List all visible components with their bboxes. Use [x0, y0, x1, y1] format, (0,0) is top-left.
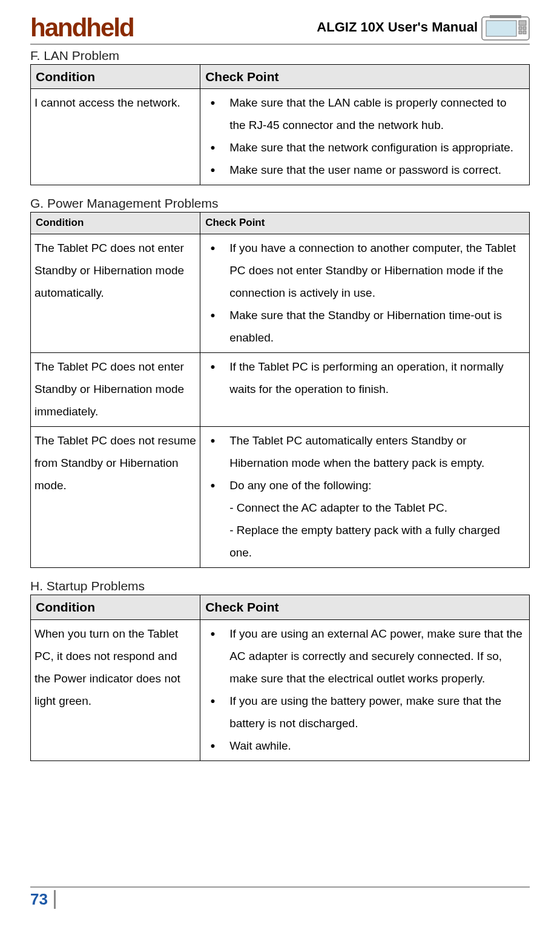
brand-logo: handheld: [30, 13, 134, 42]
section-heading: H. Startup Problems: [30, 579, 530, 593]
list-item: Make sure that the Standby or Hibernatio…: [204, 304, 525, 349]
document-page: handheld ALGIZ 10X User's Manual F. LAN …: [0, 0, 560, 761]
svg-rect-1: [490, 15, 521, 18]
checkpoint-cell: If you have a connection to another comp…: [200, 234, 530, 352]
list-item: If you are using an external AC power, m…: [204, 622, 525, 690]
column-header-condition: Condition: [31, 213, 200, 234]
table-row: I cannot access the network.Make sure th…: [31, 89, 530, 185]
column-header-checkpoint: Check Point: [200, 65, 530, 89]
svg-rect-3: [519, 21, 526, 25]
svg-rect-7: [523, 31, 526, 34]
list-sub-item: - Replace the empty battery pack with a …: [229, 519, 525, 564]
manual-title: ALGIZ 10X User's Manual: [317, 19, 478, 35]
column-header-condition: Condition: [31, 595, 200, 619]
table-row: The Tablet PC does not enter Standby or …: [31, 234, 530, 352]
checkpoint-cell: If the Tablet PC is performing an operat…: [200, 352, 530, 426]
checkpoint-cell: If you are using an external AC power, m…: [200, 619, 530, 760]
troubleshooting-table: ConditionCheck PointThe Tablet PC does n…: [30, 212, 530, 568]
checkpoint-cell: The Tablet PC automatically enters Stand…: [200, 426, 530, 567]
page-footer: 73: [30, 886, 530, 909]
table-row: When you turn on the Tablet PC, it does …: [31, 619, 530, 760]
table-row: The Tablet PC does not enter Standby or …: [31, 352, 530, 426]
condition-cell: The Tablet PC does not enter Standby or …: [31, 234, 200, 352]
device-icon: [481, 13, 530, 41]
list-item: Make sure that the network configuration…: [204, 136, 525, 159]
list-item: If you have a connection to another comp…: [204, 237, 525, 304]
list-item: Do any one of the following:- Connect th…: [204, 474, 525, 564]
page-number: 73: [30, 890, 56, 909]
checkpoint-list: If you have a connection to another comp…: [204, 237, 525, 349]
page-header: handheld ALGIZ 10X User's Manual: [30, 13, 530, 45]
column-header-condition: Condition: [31, 65, 200, 89]
table-row: The Tablet PC does not resume from Stand…: [31, 426, 530, 567]
list-item: If you are using the battery power, make…: [204, 690, 525, 734]
list-item: The Tablet PC automatically enters Stand…: [204, 429, 525, 474]
condition-cell: When you turn on the Tablet PC, it does …: [31, 619, 200, 760]
checkpoint-list: Make sure that the LAN cable is properly…: [204, 91, 525, 181]
section-heading: F. LAN Problem: [30, 48, 530, 63]
checkpoint-list: If you are using an external AC power, m…: [204, 622, 525, 757]
header-right: ALGIZ 10X User's Manual: [317, 13, 530, 41]
troubleshooting-table: ConditionCheck PointWhen you turn on the…: [30, 595, 530, 761]
svg-rect-2: [486, 21, 516, 36]
checkpoint-list: If the Tablet PC is performing an operat…: [204, 355, 525, 400]
column-header-checkpoint: Check Point: [200, 595, 530, 619]
condition-cell: The Tablet PC does not enter Standby or …: [31, 352, 200, 426]
column-header-checkpoint: Check Point: [200, 213, 530, 234]
condition-cell: I cannot access the network.: [31, 89, 200, 185]
section-heading: G. Power Management Problems: [30, 196, 530, 211]
svg-rect-6: [519, 31, 522, 34]
list-item: Make sure that the LAN cable is properly…: [204, 91, 525, 136]
checkpoint-cell: Make sure that the LAN cable is properly…: [200, 89, 530, 185]
list-sub-item: - Connect the AC adapter to the Tablet P…: [229, 496, 525, 519]
content-area: F. LAN ProblemConditionCheck PointI cann…: [30, 48, 530, 761]
list-item: Make sure that the user name or password…: [204, 159, 525, 181]
condition-cell: The Tablet PC does not resume from Stand…: [31, 426, 200, 567]
list-item: Wait awhile.: [204, 734, 525, 757]
list-item: If the Tablet PC is performing an operat…: [204, 355, 525, 400]
svg-rect-4: [519, 27, 522, 30]
troubleshooting-table: ConditionCheck PointI cannot access the …: [30, 64, 530, 185]
checkpoint-list: The Tablet PC automatically enters Stand…: [204, 429, 525, 564]
svg-rect-5: [523, 27, 526, 30]
